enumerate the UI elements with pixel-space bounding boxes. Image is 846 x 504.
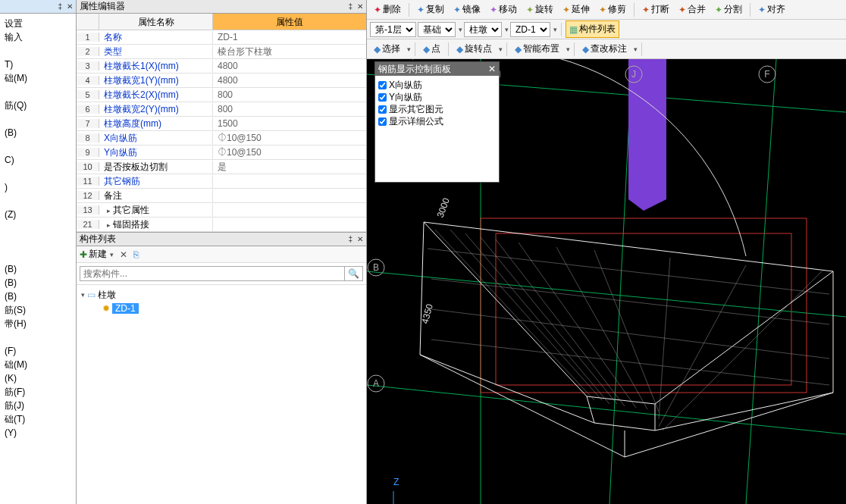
left-item[interactable]: (B) [2,290,74,303]
toolbar-btn-修剪[interactable]: ✦修剪 [595,1,630,18]
chevron-down-icon[interactable]: ▾ [566,45,570,53]
property-row[interactable]: 2类型棱台形下柱墩 [77,45,366,59]
checkbox[interactable] [378,81,387,89]
left-item[interactable]: 筋(S) [2,303,74,317]
left-item[interactable]: (Z) [2,208,74,221]
left-item[interactable]: 筋(F) [2,385,74,399]
chevron-down-icon[interactable]: ▾ [499,45,503,53]
floor-select[interactable]: 第-1层 [370,22,416,37]
toolbar-btn-延伸[interactable]: ✦延伸 [559,1,594,18]
property-row[interactable]: 7柱墩高度(mm)1500 [77,117,366,131]
toolbar-btn-移动[interactable]: ✦移动 [486,1,521,18]
left-item[interactable]: (B) [2,262,74,276]
float-panel-header[interactable]: 钢筋显示控制面板 ✕ [375,62,499,76]
toolbar-btn-分割[interactable]: ✦分割 [711,1,746,18]
left-item[interactable] [2,44,74,58]
property-row[interactable]: 5柱墩截长2(X)(mm)800 [77,88,366,102]
left-item[interactable] [2,139,74,153]
checkbox[interactable] [378,117,387,126]
close-icon[interactable]: ✕ [488,64,496,74]
toolbar-btn-构件列表[interactable]: ▦构件列表 [566,20,619,38]
checkbox[interactable] [378,93,387,102]
pin-icon[interactable]: ‡ [348,235,352,243]
chevron-down-icon[interactable]: ▾ [407,45,411,53]
property-row[interactable]: 12备注 [77,189,366,203]
left-item[interactable]: (B) [2,126,74,139]
chevron-down-icon[interactable]: ▾ [505,26,509,33]
toolbar-btn-镜像[interactable]: ✦镜像 [450,1,484,18]
left-item[interactable]: (K) [2,371,74,385]
toolbar-btn-删除[interactable]: ✦删除 [370,1,405,18]
property-row[interactable]: 3柱墩截长1(X)(mm)4800 [77,59,366,74]
checkbox[interactable] [378,105,387,114]
copy-button[interactable]: ⎘ [133,249,139,260]
chevron-down-icon[interactable]: ▾ [553,26,557,33]
tree-item-zd1[interactable]: ✹ ZD-1 [81,302,362,315]
property-row[interactable]: 11其它钢筋 [77,174,366,189]
left-item[interactable] [2,249,74,262]
left-item[interactable]: 筋(Q) [2,99,74,112]
pin-icon[interactable]: ‡ [348,2,352,11]
checkbox-row[interactable]: X向纵筋 [378,79,496,91]
toolbar-btn-旋转点[interactable]: ◆旋转点 [453,40,496,58]
property-row[interactable]: 4柱墩截宽1(Y)(mm)4800 [77,74,366,88]
pin-icon[interactable]: ‡ [58,2,62,11]
search-input[interactable] [80,266,345,281]
item-select[interactable]: ZD-1 [510,22,550,37]
left-item[interactable] [2,112,74,126]
toolbar-btn-对齐[interactable]: ✦对齐 [754,1,789,18]
left-item[interactable]: 筋(J) [2,399,74,412]
search-button[interactable]: 🔍 [345,266,363,281]
left-item[interactable] [2,330,74,344]
left-item[interactable]: 设置 [2,17,74,30]
property-row[interactable]: 1名称ZD-1 [77,30,366,45]
property-row[interactable]: 21▸锚固搭接 [77,218,366,232]
property-row[interactable]: 13▸其它属性 [77,203,366,218]
close-icon[interactable]: ✕ [357,235,363,243]
toolbar-btn-打断[interactable]: ✦打断 [638,1,673,18]
chevron-down-icon[interactable]: ▾ [634,45,638,53]
left-item[interactable] [2,85,74,99]
left-item[interactable] [2,167,74,180]
toolbar-btn-选择[interactable]: ◆选择 [370,40,404,58]
subcategory-select[interactable]: 柱墩 [464,22,502,37]
left-item[interactable]: (B) [2,276,74,290]
property-row[interactable]: 6柱墩截宽2(Y)(mm)800 [77,102,366,117]
left-item[interactable] [2,221,74,235]
property-row[interactable]: 10是否按板边切割是 [77,160,366,174]
toolbar-btn-点[interactable]: ◆点 [419,40,444,58]
tree-root[interactable]: ▾ ▭ 柱墩 [81,288,362,302]
toolbar-btn-旋转[interactable]: ✦旋转 [522,1,557,18]
left-item[interactable]: 础(M) [2,71,74,85]
close-icon[interactable]: ✕ [67,2,73,11]
rebar-display-panel[interactable]: 钢筋显示控制面板 ✕ X向纵筋Y向纵筋显示其它图元显示详细公式 [374,61,500,183]
left-item[interactable]: C) [2,153,74,167]
toolbar-btn-复制[interactable]: ✦复制 [413,1,448,18]
toolbar-btn-智能布置[interactable]: ◆智能布置 [511,40,563,58]
property-row[interactable]: 8X向纵筋⏀10@150 [77,131,366,146]
toolbar-btn-合并[interactable]: ✦合并 [675,1,710,18]
left-item[interactable] [2,235,74,249]
checkbox-row[interactable]: 显示详细公式 [378,115,496,127]
checkbox-row[interactable]: 显示其它图元 [378,103,496,115]
left-item[interactable]: 带(H) [2,317,74,330]
left-item[interactable]: (F) [2,344,74,358]
collapse-icon: ▾ [81,291,85,299]
toolbar-btn-查改标注[interactable]: ◆查改标注 [578,40,631,58]
left-item[interactable]: 础(M) [2,358,74,371]
close-icon[interactable]: ✕ [357,2,363,11]
left-item[interactable]: ) [2,180,74,194]
left-item[interactable]: (Y) [2,426,74,440]
left-item[interactable]: T) [2,58,74,71]
category-select[interactable]: 基础 [418,22,456,37]
chevron-down-icon[interactable]: ▾ [459,26,462,33]
left-item[interactable] [2,194,74,208]
left-item[interactable]: 础(T) [2,412,74,426]
new-button[interactable]: ✚ 新建 ▾ [80,248,114,261]
checkbox-row[interactable]: Y向纵筋 [378,91,496,103]
left-item[interactable]: 输入 [2,30,74,44]
svg-text:3000: 3000 [435,196,452,219]
delete-button[interactable]: ✕ [120,249,127,260]
property-row[interactable]: 9Y向纵筋⏀10@150 [77,146,366,160]
viewport-3d[interactable]: E J F B A Z 3000 4350 钢筋显示控制面板 ✕ X向纵筋Y向纵… [367,59,846,504]
